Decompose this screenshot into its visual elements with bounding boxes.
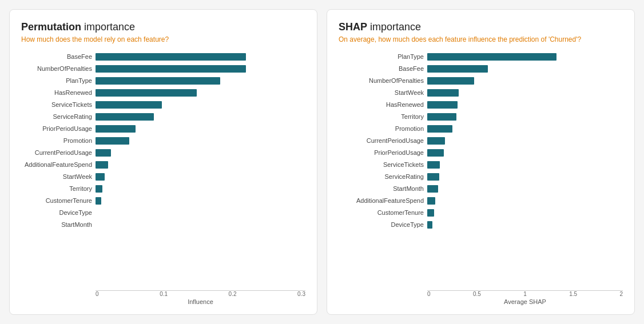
bar-track [427,149,623,157]
bar-label: HasRenewed [21,89,96,96]
bar-label: ServiceTickets [339,161,427,168]
bar-fill [96,197,101,205]
axis-tick: 1.5 [569,291,577,297]
bar-row: PlanType [21,75,305,86]
bar-fill [96,161,108,169]
axis-area: 00.511.52Average SHAP [339,288,623,305]
bar-row: PriorPeriodUsage [21,123,305,134]
bar-track [96,125,305,133]
bar-fill [427,209,434,217]
bar-label: HasRenewed [339,101,427,108]
bar-track [427,209,623,217]
bar-fill [427,89,459,97]
bar-track [96,65,305,73]
bar-row: CustomerTenure [21,195,305,206]
bars-container: BaseFeeNumberOfPenaltiesPlanTypeHasRenew… [21,51,305,286]
bar-fill [96,113,154,121]
bar-label: AdditionalFeatureSpend [21,161,96,168]
permutation-title-bold: Permutation [21,21,81,33]
axis-tick: 0.1 [160,291,168,297]
bar-label: BaseFee [21,53,96,60]
bar-fill [427,185,438,193]
bar-label: AdditionalFeatureSpend [339,197,427,204]
bar-fill [427,221,432,229]
bar-track [427,137,623,145]
bars-container: PlanTypeBaseFeeNumberOfPenaltiesStartWee… [339,51,623,286]
axis-tick: 0.2 [229,291,237,297]
bar-label: DeviceType [339,221,427,228]
bar-track [96,185,305,193]
bar-fill [96,53,246,61]
bar-fill [427,197,435,205]
bar-fill [96,137,129,145]
bar-label: BaseFee [339,65,427,72]
axis-tick: 1 [523,291,527,297]
bar-label: CurrentPeriodUsage [21,149,96,156]
bar-label: StartWeek [339,89,427,96]
bar-fill [427,137,445,145]
bar-fill [96,89,197,97]
bar-row: StartMonth [21,219,305,230]
bar-label: DeviceType [21,209,96,216]
bar-label: StartMonth [21,221,96,228]
bar-track [96,221,305,229]
bar-track [96,89,305,97]
bar-row: Territory [21,183,305,194]
bar-label: ServiceTickets [21,101,96,108]
bar-track [427,101,623,109]
bar-track [96,197,305,205]
shap-title-rest: importance [367,21,421,33]
permutation-title-rest: importance [81,21,135,33]
bar-track [427,113,623,121]
bar-row: BaseFee [21,51,305,62]
bar-fill [427,53,556,61]
bar-row: ServiceRating [339,171,623,182]
bar-row: DeviceType [339,219,623,230]
bar-fill [96,185,102,193]
bar-row: StartWeek [339,87,623,98]
axis-label: Influence [21,298,305,305]
bar-label: Territory [21,185,96,192]
bar-track [96,77,305,85]
bar-row: ServiceTickets [21,99,305,110]
bar-track [427,53,623,61]
bar-fill [427,65,488,73]
bar-row: PlanType [339,51,623,62]
bar-fill [427,125,452,133]
axis-tick: 0 [427,291,431,297]
bar-fill [96,101,162,109]
bar-label: PriorPeriodUsage [21,125,96,132]
bar-row: AdditionalFeatureSpend [339,195,623,206]
shap-chart: PlanTypeBaseFeeNumberOfPenaltiesStartWee… [339,51,623,305]
bar-fill [96,65,246,73]
bar-label: StartMonth [339,185,427,192]
bar-row: CustomerTenure [339,207,623,218]
bar-row: HasRenewed [21,87,305,98]
bar-track [96,173,305,181]
bar-row: Promotion [21,135,305,146]
bar-track [96,161,305,169]
permutation-title: Permutation importance [21,21,305,33]
axis-tick: 2 [619,291,623,297]
axis-tick: 0 [96,291,99,297]
permutation-chart: BaseFeeNumberOfPenaltiesPlanTypeHasRenew… [21,51,305,305]
bar-track [96,209,305,217]
bar-label: Promotion [21,137,96,144]
bar-track [427,65,623,73]
bar-track [427,185,623,193]
shap-importance-card: SHAP importance On average, how much doe… [327,9,635,315]
bar-track [96,101,305,109]
bar-fill [427,113,456,121]
bar-fill [427,77,474,85]
bar-row: CurrentPeriodUsage [21,147,305,158]
bar-fill [427,101,458,109]
bar-row: HasRenewed [339,99,623,110]
shap-subtitle: On average, how much does each feature i… [339,35,623,43]
bar-track [427,161,623,169]
axis-label: Average SHAP [339,298,623,305]
bar-label: PriorPeriodUsage [339,149,427,156]
bar-label: Promotion [339,125,427,132]
bar-row: StartWeek [21,171,305,182]
bar-label: PlanType [339,53,427,60]
bar-label: CustomerTenure [339,209,427,216]
